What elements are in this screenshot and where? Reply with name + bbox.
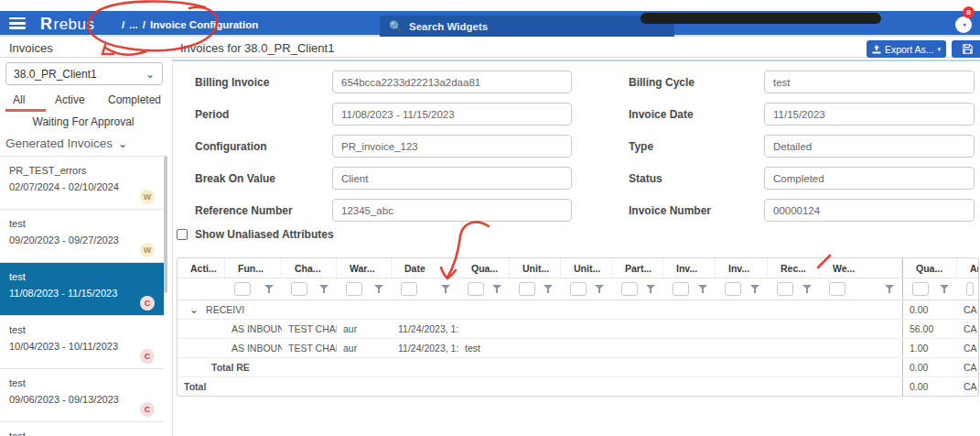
invoice-name: test [9,271,26,282]
status-field[interactable] [764,167,975,190]
filter-funnel-icon[interactable] [264,285,274,293]
column-header[interactable]: Unit... [510,258,561,278]
configuration-field[interactable] [332,135,572,158]
annotation-circle-tail [102,45,146,54]
column-header[interactable]: Qua... [458,258,510,278]
column-header[interactable]: We... [820,258,902,278]
table-row[interactable]: AS INBOUND TEST CHARGE aur 11/24/2023, 1… [178,339,978,358]
form-row: Status [604,167,980,190]
account-globe-icon[interactable]: ◔ [955,16,972,33]
filter-input[interactable] [291,282,307,296]
rebus-logo-mark-icon: R [40,15,53,33]
filter-input[interactable] [829,282,845,296]
breadcrumb-current[interactable]: Invoice Configuration [150,19,258,30]
filter-funnel-icon[interactable] [750,285,759,293]
generated-invoices-header[interactable]: Generated Invoices⌄ [5,136,127,150]
break-on-value-field[interactable] [332,167,572,190]
filter-funnel-icon[interactable] [940,285,949,293]
export-as-button[interactable]: Export As... ▾ [867,40,946,58]
filter-input[interactable] [966,282,974,296]
filter-funnel-icon[interactable] [492,285,501,293]
filter-funnel-icon[interactable] [595,285,604,293]
form-row: Type [604,135,980,158]
filter-funnel-icon[interactable] [544,285,553,293]
table-header-row: Acti... Fun... Cha... War... Date Qua...… [178,258,978,278]
column-header[interactable]: Date [392,258,458,278]
column-header[interactable]: Unit... [561,258,612,278]
search-icon: 🔍 [389,20,403,33]
filter-input[interactable] [519,282,535,296]
filter-input[interactable] [346,282,362,296]
invoice-list-item[interactable]: test 09/20/2023 - 09/27/2023 W [0,209,164,262]
column-header[interactable]: Part... [612,258,663,278]
save-button[interactable] [952,40,980,58]
filter-input[interactable] [912,282,929,296]
client-select-value: 38.0_PR_Client1 [14,68,145,81]
invoice-list-item[interactable]: test 10/04/2023 - 10/11/2023 C [0,315,164,368]
tab-completed[interactable]: Completed [108,93,161,106]
breadcrumb: /.../Invoice Configuration [122,19,263,30]
billing-cycle-field[interactable] [764,71,975,93]
type-field[interactable] [764,135,975,158]
search-input[interactable] [409,21,647,32]
search-widgets-box[interactable]: 🔍 [380,16,674,37]
tab-waiting-for-approval[interactable]: Waiting For Approval [0,115,167,128]
filter-funnel-icon[interactable] [441,285,450,293]
status-badge: C [140,402,155,417]
tab-active[interactable]: Active [55,93,85,106]
filter-funnel-icon[interactable] [319,285,328,293]
filter-input[interactable] [401,282,417,296]
hamburger-menu-icon[interactable] [9,17,26,29]
invoice-name: test [9,377,26,388]
client-select[interactable]: 38.0_PR_Client1 ⌄ [5,62,163,85]
filter-funnel-icon[interactable] [885,285,894,293]
filter-funnel-icon[interactable] [374,285,383,293]
column-header[interactable]: Inv... [663,258,716,278]
breadcrumb-collapsed[interactable]: ... [129,19,138,30]
filter-funnel-icon[interactable] [802,285,812,293]
filter-input[interactable] [725,282,741,296]
page-title: Invoices for 38.0_PR_Client1 [180,41,334,55]
filter-input[interactable] [570,282,587,296]
table-group-row[interactable]: ⌄RECEIVI 0.00 CA [178,300,978,320]
sidebar-scrollbar[interactable] [164,156,167,293]
invoice-list-item-selected[interactable]: test 11/08/2023 - 11/15/2023 C [0,262,164,315]
caret-down-icon: ▾ [938,46,942,53]
column-header[interactable]: Rec... [768,258,820,278]
column-header[interactable]: Acti... [178,258,225,278]
column-header[interactable]: Inv... [716,258,768,278]
row-expand-chevron-icon[interactable]: ⌄ [189,306,199,313]
column-header[interactable]: Am... [957,258,979,278]
rebus-logo[interactable]: Rrebus [40,15,95,34]
billing-invoice-field[interactable] [332,71,572,93]
tab-all[interactable]: All [13,93,25,106]
invoice-number-field[interactable] [764,199,975,222]
rebus-logo-text: rebus [54,16,95,33]
filter-input[interactable] [234,282,251,296]
period-field[interactable] [332,103,572,125]
table-row[interactable]: AS INBOUND TEST CHARGE aur 11/24/2023, 1… [178,320,978,339]
warehouse-value: aur [337,320,392,338]
invoice-date-field[interactable] [764,103,975,125]
invoice-list-item[interactable]: PR_TEST_errors 02/07/2024 - 02/10/2024 W [0,156,164,209]
invoice-name: test [9,431,26,436]
filter-funnel-icon[interactable] [646,285,655,293]
column-header[interactable]: Fun... [225,258,282,278]
filter-input[interactable] [468,282,484,296]
column-header[interactable]: Cha... [282,258,337,278]
column-header[interactable]: War... [337,258,392,278]
filter-input[interactable] [777,282,793,296]
filter-funnel-icon[interactable] [698,285,707,293]
filter-input[interactable] [621,282,638,296]
reference-number-field[interactable] [332,199,572,222]
field-label: Invoice Number [629,204,711,217]
invoice-list-item[interactable]: test 09/06/2023 - 09/13/2023 C [0,368,164,421]
show-unaliased-checkbox[interactable] [177,229,188,240]
column-header[interactable]: Qua... [902,258,957,278]
invoice-list-item[interactable]: test [0,421,164,436]
invoice-period: 09/06/2023 - 09/13/2023 [9,394,119,405]
filter-input[interactable] [673,282,689,296]
warehouse-value: aur [337,339,392,357]
amount-value: CA [957,300,979,319]
show-unaliased-attributes-row[interactable]: Show Unaliased Attributes [177,228,334,241]
